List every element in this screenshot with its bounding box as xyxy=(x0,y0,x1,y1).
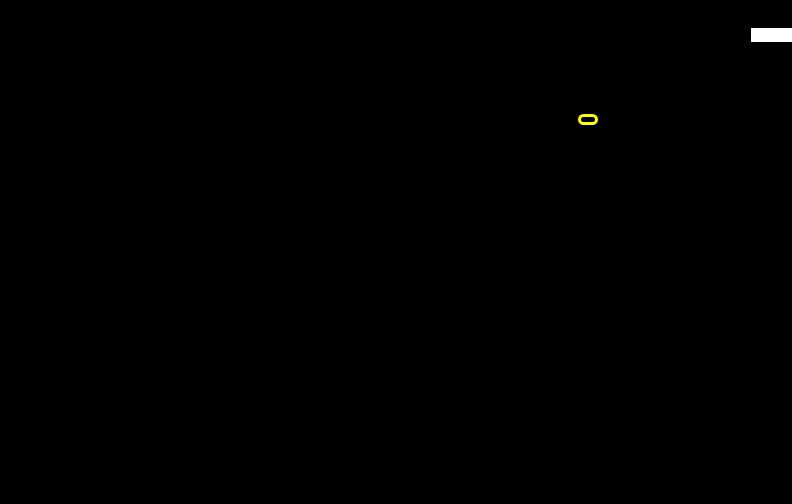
current-price-box xyxy=(751,28,792,42)
mt4-chart-window xyxy=(0,0,792,504)
chart-title xyxy=(4,3,12,16)
chart-canvas[interactable] xyxy=(0,0,792,504)
annotation-box[interactable] xyxy=(578,114,598,125)
macd-indicator-label xyxy=(4,264,18,276)
